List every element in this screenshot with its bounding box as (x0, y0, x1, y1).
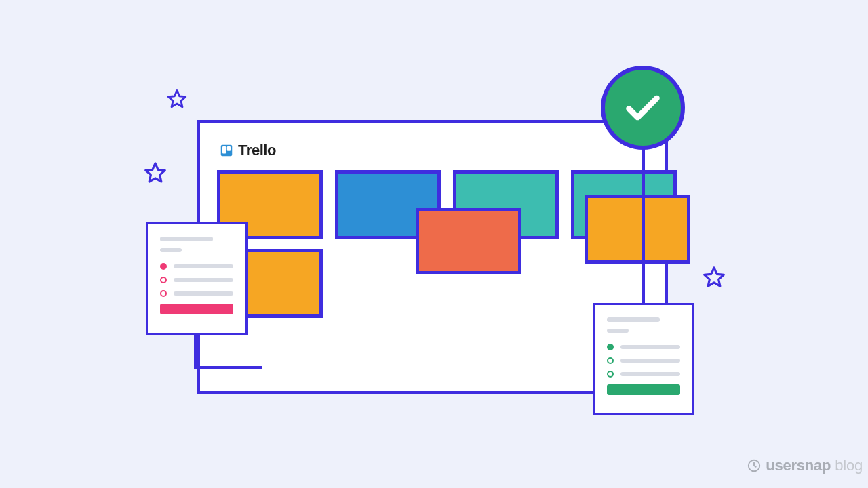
app-brand: Trello (220, 142, 276, 159)
app-name: Trello (238, 142, 276, 159)
task-note-card (146, 222, 248, 335)
watermark: usersnapblog (747, 457, 863, 474)
kanban-card-floating (416, 208, 521, 274)
clock-icon (747, 458, 762, 473)
bullet-icon (607, 357, 614, 364)
svg-rect-2 (227, 146, 231, 151)
bullet-icon (160, 263, 167, 270)
star-icon (142, 161, 168, 186)
connector-line (194, 366, 262, 369)
connector-line (642, 142, 645, 312)
bullet-icon (160, 290, 167, 297)
star-icon (165, 88, 189, 111)
bullet-icon (160, 277, 167, 283)
note-action-bar (607, 384, 680, 395)
check-icon (622, 87, 664, 129)
bullet-icon (607, 344, 614, 350)
star-icon (701, 265, 727, 291)
trello-logo-icon (220, 144, 233, 157)
connector-line (194, 333, 197, 369)
success-check-badge (601, 66, 685, 150)
bullet-icon (607, 371, 614, 378)
kanban-card-floating (585, 195, 690, 264)
watermark-text-light: blog (835, 457, 863, 474)
svg-rect-1 (222, 146, 226, 154)
watermark-text-strong: usersnap (766, 457, 831, 474)
task-note-card (593, 303, 694, 415)
note-action-bar (160, 304, 233, 314)
